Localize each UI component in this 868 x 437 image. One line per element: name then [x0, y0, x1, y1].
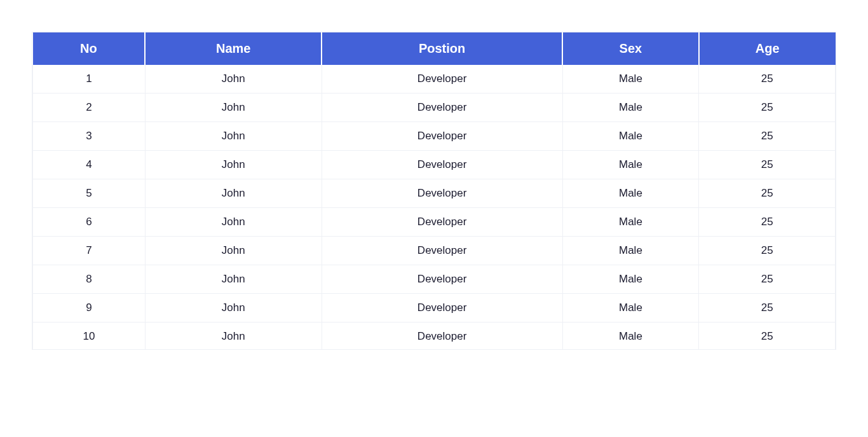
table-row: 5 John Developer Male 25: [33, 179, 836, 208]
cell-sex: Male: [562, 122, 699, 151]
cell-no: 9: [33, 294, 146, 323]
cell-position: Developer: [322, 323, 562, 350]
cell-position: Developer: [322, 265, 562, 294]
header-sex: Sex: [562, 32, 699, 65]
table-row: 10 John Developer Male 25: [33, 323, 836, 350]
cell-position: Developer: [322, 179, 562, 208]
cell-no: 4: [33, 151, 146, 179]
cell-age: 25: [699, 294, 836, 323]
cell-sex: Male: [562, 65, 699, 94]
table-row: 9 John Developer Male 25: [33, 294, 836, 323]
cell-age: 25: [699, 208, 836, 237]
cell-no: 5: [33, 179, 146, 208]
table-header: No Name Postion Sex Age: [33, 32, 836, 65]
cell-age: 25: [699, 237, 836, 265]
cell-position: Developer: [322, 208, 562, 237]
header-age: Age: [699, 32, 836, 65]
cell-name: John: [145, 237, 322, 265]
cell-age: 25: [699, 65, 836, 94]
cell-position: Developer: [322, 65, 562, 94]
cell-age: 25: [699, 151, 836, 179]
cell-no: 10: [33, 323, 146, 350]
cell-name: John: [145, 65, 322, 94]
cell-name: John: [145, 151, 322, 179]
cell-no: 6: [33, 208, 146, 237]
cell-no: 2: [33, 94, 146, 122]
data-table: No Name Postion Sex Age 1 John Developer…: [32, 32, 836, 350]
cell-name: John: [145, 294, 322, 323]
cell-name: John: [145, 122, 322, 151]
cell-age: 25: [699, 265, 836, 294]
header-no: No: [33, 32, 146, 65]
header-position: Postion: [322, 32, 562, 65]
cell-no: 8: [33, 265, 146, 294]
cell-name: John: [145, 179, 322, 208]
cell-sex: Male: [562, 237, 699, 265]
cell-position: Developer: [322, 94, 562, 122]
cell-age: 25: [699, 122, 836, 151]
cell-sex: Male: [562, 151, 699, 179]
cell-position: Developer: [322, 122, 562, 151]
cell-age: 25: [699, 179, 836, 208]
cell-age: 25: [699, 94, 836, 122]
cell-position: Developer: [322, 237, 562, 265]
table-body: 1 John Developer Male 25 2 John Develope…: [33, 65, 836, 350]
table-row: 2 John Developer Male 25: [33, 94, 836, 122]
table-row: 3 John Developer Male 25: [33, 122, 836, 151]
cell-position: Developer: [322, 151, 562, 179]
cell-no: 3: [33, 122, 146, 151]
cell-sex: Male: [562, 265, 699, 294]
table-row: 4 John Developer Male 25: [33, 151, 836, 179]
cell-no: 1: [33, 65, 146, 94]
cell-name: John: [145, 323, 322, 350]
cell-no: 7: [33, 237, 146, 265]
cell-position: Developer: [322, 294, 562, 323]
header-name: Name: [145, 32, 322, 65]
cell-age: 25: [699, 323, 836, 350]
cell-name: John: [145, 94, 322, 122]
cell-sex: Male: [562, 94, 699, 122]
cell-name: John: [145, 208, 322, 237]
table-row: 6 John Developer Male 25: [33, 208, 836, 237]
table-scroll-container[interactable]: No Name Postion Sex Age 1 John Developer…: [32, 32, 836, 350]
table-row: 1 John Developer Male 25: [33, 65, 836, 94]
table-row: 8 John Developer Male 25: [33, 265, 836, 294]
cell-sex: Male: [562, 294, 699, 323]
cell-sex: Male: [562, 179, 699, 208]
table-row: 7 John Developer Male 25: [33, 237, 836, 265]
cell-sex: Male: [562, 208, 699, 237]
cell-sex: Male: [562, 323, 699, 350]
cell-name: John: [145, 265, 322, 294]
